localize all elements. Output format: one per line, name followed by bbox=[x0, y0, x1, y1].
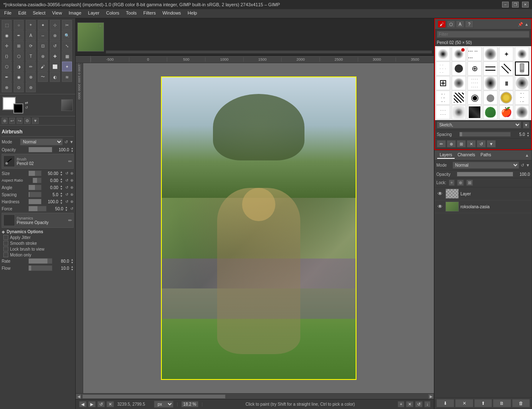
tool-eraser[interactable]: ⬜ bbox=[50, 62, 60, 71]
lock-move-btn[interactable]: ⊠ bbox=[466, 180, 473, 186]
brush-row[interactable]: Brush Pencil 02 ✏ bbox=[2, 154, 74, 169]
brush-tag-select[interactable]: Sketch, bbox=[437, 121, 521, 128]
force-arrows[interactable]: ▲▼ bbox=[65, 206, 68, 212]
hardness-extra[interactable]: ⊕ bbox=[70, 200, 74, 204]
close-button[interactable]: ✕ bbox=[522, 2, 529, 7]
brushes-tab-help[interactable]: ? bbox=[465, 20, 473, 28]
tool-blend[interactable]: ◑ bbox=[14, 62, 24, 71]
tool-dodge[interactable]: ◐ bbox=[50, 72, 60, 82]
spacing-arrows[interactable]: ▲▼ bbox=[60, 192, 63, 197]
canvas-scroll-area[interactable] bbox=[83, 63, 434, 393]
tool-move[interactable]: ✛ bbox=[2, 41, 12, 51]
redo-btn[interactable]: ↪ bbox=[17, 118, 22, 124]
brush-cell[interactable]: ◉ bbox=[468, 91, 482, 105]
tool-rotate[interactable]: ↺ bbox=[50, 41, 60, 51]
brush-cell[interactable] bbox=[468, 105, 482, 119]
motion-only-checkbox[interactable] bbox=[3, 252, 8, 257]
undo-btn[interactable]: ↩ bbox=[9, 118, 15, 124]
image-thumbnail[interactable]: ✕ bbox=[77, 22, 104, 52]
tool-paintbrush[interactable]: 🖌 bbox=[38, 62, 48, 71]
tool-ink[interactable]: ✒ bbox=[2, 72, 12, 82]
scroll-right-btn[interactable]: ▶ bbox=[428, 394, 434, 399]
brush-edit-btn[interactable]: ✏ bbox=[68, 159, 72, 164]
tab-layers[interactable]: Layers bbox=[437, 152, 455, 159]
tool-free-select[interactable]: ⌖ bbox=[26, 20, 36, 30]
status-refresh-btn[interactable]: ↺ bbox=[415, 401, 423, 407]
tool-ellipse-select[interactable]: ○ bbox=[14, 20, 24, 30]
brush-spacing-slider[interactable] bbox=[459, 132, 511, 137]
brush-cell[interactable] bbox=[452, 105, 466, 119]
angle-arrows[interactable]: ▲▼ bbox=[60, 185, 63, 190]
minimize-button[interactable]: – bbox=[502, 2, 509, 7]
status-settings-btn[interactable]: ↓ bbox=[424, 401, 431, 407]
layer-item-photo[interactable]: 👁 roksolana-zasia bbox=[435, 200, 532, 213]
brush-cell[interactable] bbox=[515, 105, 529, 119]
size-reset[interactable]: ↺ bbox=[65, 171, 69, 175]
brush-new-btn[interactable]: ⊕ bbox=[447, 140, 456, 148]
brushes-tab-gradients[interactable]: A bbox=[456, 20, 464, 28]
menu-help[interactable]: Help bbox=[185, 10, 200, 17]
menu-colors[interactable]: Colors bbox=[104, 10, 122, 17]
force-reset[interactable]: ↺ bbox=[70, 207, 74, 211]
brushes-collapse-btn[interactable]: ▲ bbox=[525, 22, 529, 27]
brush-cell[interactable]: 🍎 bbox=[499, 105, 513, 119]
brush-refresh-btn[interactable]: ↺ bbox=[477, 140, 486, 148]
mode-extra[interactable]: ▼ bbox=[69, 140, 74, 144]
menu-file[interactable]: File bbox=[2, 10, 14, 17]
brush-cell[interactable]: ··· ·· ··· bbox=[468, 47, 482, 61]
rate-slider[interactable] bbox=[28, 258, 52, 264]
tool-heal[interactable]: ✚ bbox=[50, 51, 60, 61]
scrollbar-thumb-h[interactable] bbox=[82, 394, 225, 399]
menu-edit[interactable]: Edit bbox=[16, 10, 29, 17]
aspect-slider[interactable] bbox=[32, 177, 42, 183]
tool-text2[interactable]: T bbox=[26, 51, 36, 61]
layers-collapse-btn[interactable]: ▲ bbox=[525, 153, 529, 158]
brush-cell[interactable]: ✦ bbox=[499, 47, 513, 61]
tool-color-picker[interactable]: ⊛ bbox=[50, 30, 60, 40]
brush-cell[interactable]: ·· ··· ·· ·· bbox=[515, 91, 529, 105]
smooth-stroke-checkbox[interactable] bbox=[3, 241, 8, 246]
aspect-reset[interactable]: ↺ bbox=[65, 178, 69, 182]
brush-cell[interactable] bbox=[436, 47, 450, 61]
spacing-reset[interactable]: ↺ bbox=[65, 192, 69, 197]
menu-tools[interactable]: Tools bbox=[124, 10, 139, 17]
opacity-slider[interactable] bbox=[28, 147, 52, 153]
spacing-extra[interactable]: ⊕ bbox=[70, 192, 74, 197]
layer-lower-btn[interactable]: ⬇ bbox=[436, 399, 454, 407]
tool-clone2[interactable]: ⊕ bbox=[26, 72, 36, 82]
tool-warp[interactable]: ≋ bbox=[62, 72, 72, 82]
maximize-button[interactable]: ❐ bbox=[512, 2, 519, 7]
brush-cell[interactable]: · · · ·· · · ·· · · · bbox=[468, 76, 482, 90]
layers-mode-reset1[interactable]: ↺ bbox=[521, 163, 524, 168]
angle-reset[interactable]: ↺ bbox=[65, 185, 69, 190]
brushes-pin-btn[interactable]: 📌 bbox=[518, 22, 523, 27]
menu-layer[interactable]: Layer bbox=[86, 10, 102, 17]
layer-delete-btn[interactable]: ✕ bbox=[455, 399, 473, 407]
menu-filters[interactable]: Filters bbox=[141, 10, 158, 17]
brush-cell[interactable] bbox=[452, 91, 466, 105]
tool-smudge[interactable]: 〜 bbox=[38, 72, 48, 82]
tool-measure[interactable]: ↔ bbox=[38, 30, 48, 40]
brush-cell-pencil02[interactable] bbox=[515, 62, 529, 76]
layers-mode-select[interactable]: Normal bbox=[453, 162, 519, 169]
tool-pencil[interactable]: ✏ bbox=[26, 62, 36, 71]
opacity-arrows[interactable]: ▲▼ bbox=[71, 147, 74, 153]
tool-perspective[interactable]: ⬡ bbox=[14, 51, 24, 61]
dynamics-edit-btn[interactable]: ✏ bbox=[68, 218, 72, 223]
layer-trash-btn[interactable]: 🗑 bbox=[512, 399, 530, 407]
status-del-btn[interactable]: ✕ bbox=[406, 401, 413, 407]
tool-select-by-color[interactable]: ⊹ bbox=[50, 20, 60, 30]
brush-spacing-arrows[interactable]: ▲▼ bbox=[527, 131, 530, 137]
tab-paths[interactable]: Paths bbox=[478, 152, 494, 159]
background-color[interactable] bbox=[13, 103, 23, 113]
brush-cell[interactable]: ⊕ bbox=[468, 62, 482, 76]
brush-settings-btn[interactable]: ▼ bbox=[487, 140, 496, 148]
rate-arrows[interactable]: ▲▼ bbox=[71, 258, 74, 264]
tool-extra2[interactable]: ⊙ bbox=[14, 82, 24, 92]
brush-cell[interactable] bbox=[499, 91, 513, 105]
menu-image[interactable]: Image bbox=[66, 10, 84, 17]
force-slider[interactable] bbox=[28, 206, 47, 212]
tool-crop[interactable]: ⊡ bbox=[38, 41, 48, 51]
tool-airbrush[interactable]: ✦ bbox=[62, 62, 72, 71]
brush-duplicate-btn[interactable]: ⊞ bbox=[457, 140, 466, 148]
